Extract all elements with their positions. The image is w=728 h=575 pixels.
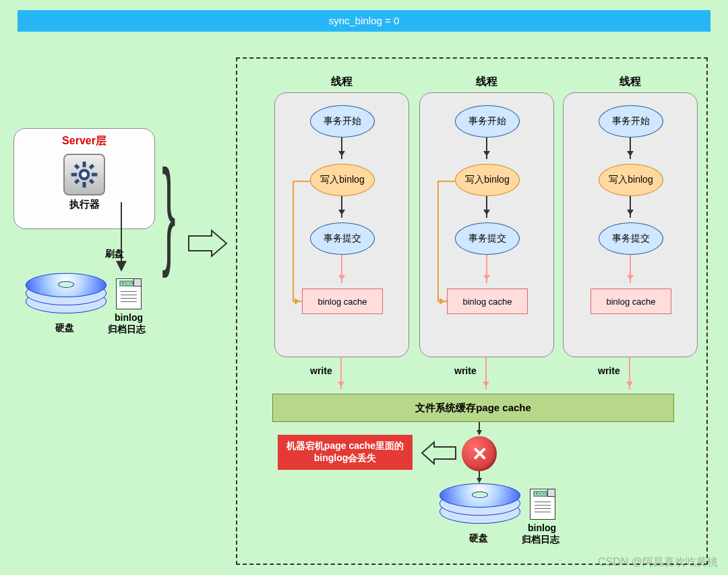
binlog-file-icon: [116, 278, 142, 309]
svg-rect-3: [71, 173, 77, 176]
arrow-down-icon: [341, 196, 342, 218]
arrow-right-icon: [187, 229, 229, 258]
write-arrow-icon: [485, 357, 487, 390]
disk-label: 硬盘: [55, 322, 74, 334]
arrow-down-icon: [486, 138, 487, 159]
server-title: Server层: [14, 134, 154, 148]
side-connector: [293, 181, 294, 302]
binlog-name: binlog: [528, 522, 556, 533]
arrow-down-icon: [630, 196, 631, 218]
disk-label: 硬盘: [469, 533, 488, 545]
flush-label: 刷盘: [105, 248, 124, 260]
write-label: write: [598, 365, 620, 376]
write-arrow-icon: [629, 357, 630, 390]
watermark: CSDN @阿昌喜欢吃黄桃: [598, 555, 718, 570]
arrow-down-icon: [486, 196, 487, 218]
arrow-down-icon: [476, 422, 484, 437]
write-binlog-node: 写入binlog: [455, 164, 520, 196]
thread-box: 线程 事务开始 写入binlog 事务提交 binlog cache: [563, 92, 698, 357]
write-arrow-icon: [340, 357, 342, 390]
write-binlog-node: 写入binlog: [599, 164, 663, 196]
svg-rect-2: [82, 182, 86, 187]
thread-title: 线程: [564, 75, 697, 89]
tx-start-node: 事务开始: [310, 105, 375, 138]
svg-rect-8: [74, 179, 80, 184]
tx-commit-node: 事务提交: [310, 222, 375, 255]
svg-rect-6: [89, 179, 94, 184]
binlog-sub: 归档日志: [522, 534, 559, 546]
thread-title: 线程: [420, 75, 553, 89]
svg-rect-4: [92, 173, 97, 176]
thread-title: 线程: [275, 75, 408, 89]
threads-container: 线程 事务开始 写入binlog 事务提交 binlog cache 线程 事务…: [236, 57, 708, 565]
binlog-sub: 归档日志: [108, 324, 146, 336]
arrow-down-icon: [630, 138, 631, 159]
svg-rect-1: [82, 162, 86, 167]
arrow-left-icon: [421, 441, 457, 465]
side-connector: [437, 181, 439, 302]
thread-box: 线程 事务开始 写入binlog 事务提交 binlog cache: [419, 92, 554, 357]
tx-commit-node: 事务提交: [455, 222, 520, 255]
brace-icon: }: [162, 164, 175, 260]
tx-start-node: 事务开始: [599, 105, 663, 138]
arrow-down-icon: [486, 255, 487, 283]
arrow-down-icon: [630, 255, 631, 283]
tx-start-node: 事务开始: [455, 105, 520, 138]
flush-arrow: [115, 202, 135, 280]
binlog-cache-box: binlog cache: [302, 289, 383, 314]
binlog-cache-box: binlog cache: [447, 289, 528, 314]
arrow-down-icon: [476, 471, 484, 485]
binlog-file-icon: [530, 489, 555, 520]
binlog-name: binlog: [115, 312, 143, 323]
arrow-down-icon: [341, 255, 342, 283]
binlog-cache-box: binlog cache: [590, 289, 671, 314]
gear-icon: [63, 154, 105, 195]
write-label: write: [310, 365, 332, 376]
thread-box: 线程 事务开始 写入binlog 事务提交 binlog cache: [274, 92, 409, 357]
arrow-down-icon: [341, 138, 342, 159]
tx-commit-node: 事务提交: [599, 222, 663, 255]
alert-box: 机器宕机page cache里面的binglog会丢失: [278, 435, 413, 470]
page-cache-box: 文件系统缓存page cache: [272, 394, 674, 422]
svg-rect-5: [74, 164, 80, 169]
write-binlog-node: 写入binlog: [310, 164, 375, 196]
error-x-icon: ✕: [462, 436, 497, 471]
svg-point-9: [82, 172, 87, 177]
svg-rect-7: [89, 164, 94, 169]
write-label: write: [454, 365, 477, 376]
header-banner: sync_binlog = 0: [18, 10, 710, 32]
